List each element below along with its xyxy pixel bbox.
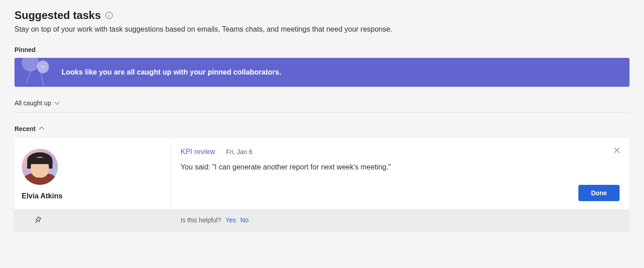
all-caught-up-toggle[interactable]: All caught up: [14, 99, 630, 113]
helpful-no-link[interactable]: No: [240, 216, 248, 224]
helpful-yes-link[interactable]: Yes: [226, 216, 236, 224]
task-date: Fri, Jan 6: [226, 148, 252, 155]
pinned-section-label: Pinned: [14, 46, 630, 53]
pin-icon[interactable]: [33, 216, 43, 225]
recent-toggle[interactable]: Recent: [14, 125, 630, 132]
chevron-up-icon: [39, 126, 45, 132]
close-icon[interactable]: [612, 146, 621, 155]
page-title: Suggested tasks: [14, 9, 101, 22]
task-topic-link[interactable]: KPI review: [181, 148, 215, 156]
balloons-icon: ✕: [22, 58, 54, 87]
all-caught-up-label: All caught up: [14, 99, 51, 107]
task-footer: Is this helpful? Yes No: [14, 209, 630, 231]
info-icon[interactable]: i: [105, 12, 113, 19]
task-person-panel: Elvia Atkins: [14, 138, 171, 209]
person-name: Elvia Atkins: [22, 192, 62, 200]
pinned-banner: ✕ Looks like you are all caught up with …: [14, 58, 630, 87]
task-body: You said: "I can generate another report…: [181, 163, 620, 185]
recent-label: Recent: [14, 125, 36, 132]
helpful-question: Is this helpful?: [181, 216, 221, 224]
chevron-down-icon: [55, 100, 60, 106]
svg-line-0: [35, 221, 37, 223]
page-subtitle: Stay on top of your work with task sugge…: [14, 25, 630, 33]
avatar[interactable]: [22, 149, 58, 185]
task-content: KPI review Fri, Jan 6 You said: "I can g…: [171, 138, 630, 209]
task-card: Elvia Atkins KPI review Fri, Jan 6 You s…: [14, 138, 630, 231]
done-button[interactable]: Done: [578, 185, 620, 201]
pinned-banner-text: Looks like you are all caught up with yo…: [62, 68, 281, 76]
